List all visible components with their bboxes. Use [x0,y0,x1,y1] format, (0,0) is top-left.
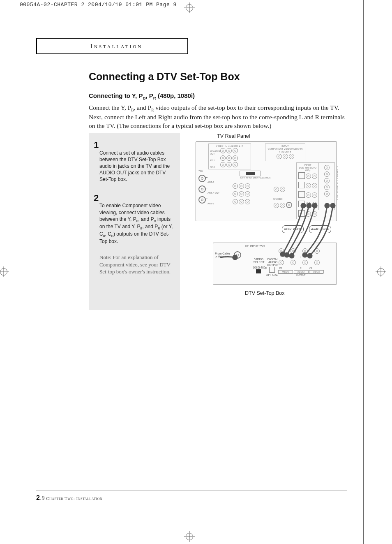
jack-icon [312,202,317,207]
register-mark-bottom [186,533,193,540]
label: MONITOR OUT [210,150,219,155]
label: DIGITAL AUDIO OUTPUT [267,258,279,266]
jack-icon [291,260,296,265]
jack-icon [233,199,238,204]
label: VIDEO [216,145,224,147]
jack-icon [314,260,320,265]
jack-icon [298,191,305,198]
label: ANT-A [208,181,214,183]
chapter-tab: Installation [36,38,188,54]
label: INPUT [298,164,318,166]
connection-figure: TV Real Panel VIDEO L ◄ AUDIO ► R MONITO… [191,133,352,296]
jack-icon [274,187,279,192]
subhead-sub: R [153,96,156,100]
jack-icon [312,192,317,198]
svideo-icon [286,202,292,208]
label: VIDEO [278,270,293,273]
jack-icon [302,260,308,265]
label: AV 1 [210,159,219,162]
label: OUTPUT [278,273,323,276]
tv-component-input-block: INPUT COMPONENT VIDEO/AUDIO IN ◄ AUDIO ► [265,144,305,161]
coax-icon [234,251,241,259]
jack-icon [239,183,244,189]
jack-icon [324,191,330,197]
step-text: , and P [138,216,154,222]
label: ANT-A OUT [208,192,219,194]
jack-icon [239,199,244,204]
label: INPUT [267,145,304,147]
label: 1080i 480p [253,266,267,269]
crop-vline [363,0,364,544]
step-1-body: Connect a set of audio cables between th… [99,150,175,183]
jack-icon [324,165,330,170]
jack-icon [298,182,305,188]
label: VS [308,267,313,269]
jack-icon [226,155,232,161]
jack-icon [226,162,232,167]
chapter-tab-label: Installation [90,43,143,50]
jack-icon [312,183,317,188]
jack-icon [302,248,308,254]
label: From Cable or Antenna [215,252,232,258]
jack-icon [298,201,305,207]
label: OPTICAL [266,273,278,276]
label: ANT-B [208,202,214,205]
jack-icon [298,172,305,179]
jack-icon [220,155,226,161]
switch-icon [256,269,261,273]
coax-icon [198,175,206,182]
intro-text: video outputs of the set-top box to thei… [154,104,311,111]
label: S [308,255,313,258]
section-subheading: Connecting to Y, PB, PR (480p, 1080i) [89,92,195,100]
label: PR [278,267,284,269]
jack-icon [220,162,226,167]
step-text: , C [105,231,111,237]
jack-icon [233,183,238,189]
register-mark-top [186,4,193,12]
label: AUDIO [294,270,309,273]
footer-page-number: 9 [42,495,45,501]
figure-label-stb: DTV Set-Top Box [245,290,352,296]
jack-icon [245,183,250,189]
register-mark-right [377,268,385,275]
jack-icon [306,192,311,198]
jack-icon [306,174,311,179]
jack-icon [324,185,330,190]
jack-icon [280,203,285,208]
jack-icon [324,171,330,177]
step-text: , and P [142,224,158,229]
label: RF INPUT 75Ω [245,245,265,248]
jack-icon [324,178,330,183]
subhead-text: (480p, 1080i) [156,92,195,99]
jack-icon [220,148,226,153]
coax-icon [198,196,206,204]
jack-icon [291,248,296,254]
tv-dtv-jack-grid [232,183,251,206]
page-footer: 2.9 Chapter Two: Installation [36,494,102,502]
label: DTV INPUT (480i/720p/1080i) [240,176,270,179]
page: 00054A-02-CHAPTER 2 2004/10/19 01:01 PM … [0,0,392,544]
video-cable-tag: Video Cable [282,225,304,233]
jack-icon [233,162,238,167]
jack-icon [239,191,244,197]
intro-paragraph: Connect the Y, PB, and PR video outputs … [89,104,352,130]
jack-icon [279,248,284,254]
label: S-VIDEO [273,198,283,200]
tv-svideo-block: S-VIDEO [273,186,293,210]
subhead-text: Connecting to Y, P [89,92,143,99]
intro-text: , and P [134,104,152,111]
audio-cable-tag: Audio Cable [309,225,331,233]
tv-coax-column: 75Ω ANT-A ANT-A OUT ANT-B [198,174,219,206]
jack-icon [233,148,238,153]
label: COMPONENT VIDEO/AUDIO IN [267,148,304,150]
stb-rear-panel: RF INPUT 75Ω From Cable or Antenna VIDEO… [213,243,337,285]
footer-chapter-number: 2 [36,494,40,501]
label: VIDEO SELECT [253,258,265,264]
tv-av-block: VIDEO L ◄ AUDIO ► R MONITOR OUT AV 1 AV … [208,144,251,169]
dvi-port-icon [240,171,261,176]
steps-sidebar: 1 Connect a set of audio cables between … [89,133,180,310]
tv-side-strip: COMPONENT 1 COMPONENT 2 [318,162,335,210]
jack-icon [274,203,279,208]
jack-icon [226,148,232,153]
optical-port-icon [269,267,275,273]
